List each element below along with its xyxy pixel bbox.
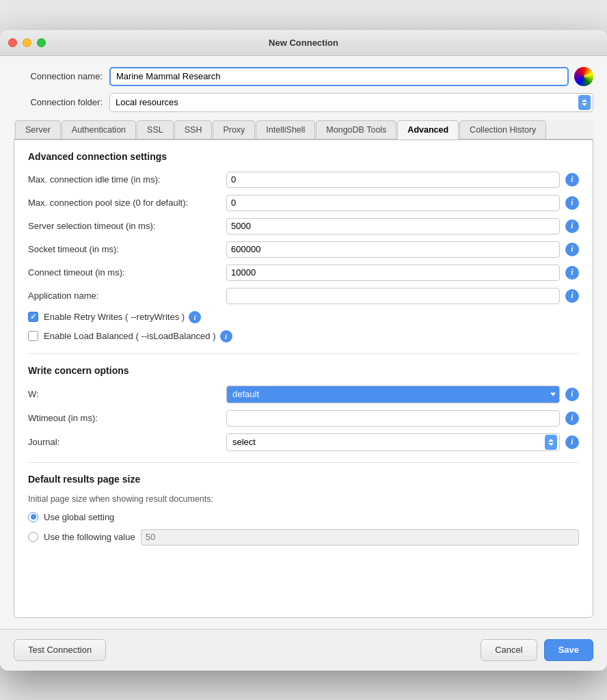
tab-collection-history[interactable]: Collection History xyxy=(459,120,546,139)
info-btn-app-name[interactable]: i xyxy=(565,289,579,303)
tabs-bar: Server Authentication SSL SSH Proxy Inte… xyxy=(14,120,593,139)
field-input-app-name[interactable] xyxy=(226,288,560,304)
field-label-connect-timeout: Connect timeout (in ms): xyxy=(28,267,226,278)
divider-2 xyxy=(28,462,579,463)
field-row-server-timeout: Server selection timeout (in ms): i xyxy=(28,218,579,234)
page-size-description: Initial page size when showing result do… xyxy=(28,494,579,504)
divider-1 xyxy=(28,353,579,354)
field-row-journal: Journal: select true false i xyxy=(28,433,579,451)
field-label-max-idle: Max. connection idle time (in ms): xyxy=(28,174,226,185)
dialog-footer: Test Connection Cancel Save xyxy=(0,629,607,671)
tab-server[interactable]: Server xyxy=(15,120,61,139)
default-results-title: Default results page size xyxy=(28,474,579,485)
field-label-max-pool: Max. connection pool size (0 for default… xyxy=(28,198,226,208)
radio-row-following: Use the following value xyxy=(28,529,579,546)
tab-authentication[interactable]: Authentication xyxy=(62,120,136,139)
advanced-section-title: Advanced connection settings xyxy=(28,151,579,162)
info-btn-journal[interactable]: i xyxy=(565,435,579,449)
checkbox-load-balanced[interactable] xyxy=(28,331,38,341)
radio-global-setting[interactable] xyxy=(28,512,38,522)
radio-label-global: Use global setting xyxy=(44,512,114,522)
traffic-lights xyxy=(8,38,46,47)
field-row-w: W: default majority 0 1 2 i xyxy=(28,386,579,403)
field-input-max-pool[interactable] xyxy=(226,195,560,211)
folder-select-wrapper xyxy=(109,93,593,112)
close-button[interactable] xyxy=(8,38,17,47)
info-btn-max-idle[interactable]: i xyxy=(565,173,579,187)
radio-following-value[interactable] xyxy=(28,532,38,542)
tab-content-advanced: Advanced connection settings Max. connec… xyxy=(14,139,593,618)
checkbox-row-retry-writes: Enable Retry Writes ( --retryWrites ) i xyxy=(28,311,579,323)
field-row-socket-timeout: Socket timeout (in ms): i xyxy=(28,241,579,258)
field-row-connect-timeout: Connect timeout (in ms): i xyxy=(28,265,579,281)
folder-stepper[interactable] xyxy=(578,95,591,110)
field-row-max-idle: Max. connection idle time (in ms): i xyxy=(28,172,579,188)
main-window: New Connection Connection name: Connecti… xyxy=(0,30,607,671)
checkbox-row-load-balanced: Enable Load Balanced ( --isLoadBalanced … xyxy=(28,330,579,342)
info-btn-load-balanced[interactable]: i xyxy=(220,330,232,342)
field-input-socket-timeout[interactable] xyxy=(226,241,560,258)
info-btn-server-timeout[interactable]: i xyxy=(565,219,579,233)
tab-advanced[interactable]: Advanced xyxy=(397,120,459,139)
connection-folder-row: Connection folder: xyxy=(14,93,593,112)
checkbox-label-retry-writes: Enable Retry Writes ( --retryWrites ) xyxy=(44,312,185,322)
connection-folder-label: Connection folder: xyxy=(14,97,109,107)
connection-name-row: Connection name: xyxy=(14,67,593,86)
connection-name-input[interactable] xyxy=(109,67,569,86)
cancel-button[interactable]: Cancel xyxy=(481,639,537,661)
stepper-down-icon xyxy=(582,103,587,106)
maximize-button[interactable] xyxy=(37,38,46,47)
journal-select[interactable]: select true false xyxy=(226,433,560,451)
info-btn-w[interactable]: i xyxy=(565,388,579,401)
field-label-w: W: xyxy=(28,389,226,399)
checkbox-retry-writes[interactable] xyxy=(28,312,38,322)
field-row-wtimeout: Wtimeout (in ms): i xyxy=(28,410,579,427)
test-connection-button[interactable]: Test Connection xyxy=(14,639,106,661)
tab-ssl[interactable]: SSL xyxy=(137,120,174,139)
color-picker-icon[interactable] xyxy=(574,67,593,86)
w-select-wrapper: default majority 0 1 2 xyxy=(226,386,560,403)
tab-intellishell[interactable]: IntelliShell xyxy=(256,120,315,139)
field-input-max-idle[interactable] xyxy=(226,172,560,188)
field-label-server-timeout: Server selection timeout (in ms): xyxy=(28,221,226,231)
info-btn-max-pool[interactable]: i xyxy=(565,196,579,210)
stepper-up-icon xyxy=(582,99,587,102)
folder-select-input[interactable] xyxy=(109,93,593,112)
field-label-wtimeout: Wtimeout (in ms): xyxy=(28,413,226,423)
minimize-button[interactable] xyxy=(23,38,31,47)
checkbox-label-load-balanced: Enable Load Balanced ( --isLoadBalanced … xyxy=(44,331,216,341)
tab-mongodb-tools[interactable]: MongoDB Tools xyxy=(316,120,396,139)
titlebar: New Connection xyxy=(0,30,607,56)
field-input-server-timeout[interactable] xyxy=(226,218,560,234)
info-btn-socket-timeout[interactable]: i xyxy=(565,243,579,256)
field-input-connect-timeout[interactable] xyxy=(226,265,560,281)
footer-right-buttons: Cancel Save xyxy=(481,639,593,661)
field-label-socket-timeout: Socket timeout (in ms): xyxy=(28,244,226,254)
journal-stepper-up-icon xyxy=(548,439,554,442)
field-row-app-name: Application name: i xyxy=(28,288,579,304)
dialog-content: Connection name: Connection folder: Serv… xyxy=(0,56,607,629)
info-btn-retry-writes[interactable]: i xyxy=(189,311,201,323)
info-btn-wtimeout[interactable]: i xyxy=(565,412,579,425)
connection-name-label: Connection name: xyxy=(14,71,109,81)
journal-select-wrapper: select true false xyxy=(226,433,560,451)
write-concern-title: Write concern options xyxy=(28,365,579,376)
following-value-input[interactable] xyxy=(141,529,579,546)
radio-label-following: Use the following value xyxy=(44,532,135,542)
field-row-max-pool: Max. connection pool size (0 for default… xyxy=(28,195,579,211)
w-select[interactable]: default majority 0 1 2 xyxy=(226,386,560,403)
save-button[interactable]: Save xyxy=(544,639,593,661)
field-label-app-name: Application name: xyxy=(28,291,226,301)
field-input-wtimeout[interactable] xyxy=(226,410,560,427)
journal-stepper[interactable] xyxy=(545,435,557,450)
journal-stepper-down-icon xyxy=(548,443,554,446)
info-btn-connect-timeout[interactable]: i xyxy=(565,266,579,280)
window-title: New Connection xyxy=(269,38,338,48)
field-label-journal: Journal: xyxy=(28,437,226,447)
tab-ssh[interactable]: SSH xyxy=(174,120,213,139)
tab-proxy[interactable]: Proxy xyxy=(213,120,255,139)
radio-row-global: Use global setting xyxy=(28,512,579,522)
